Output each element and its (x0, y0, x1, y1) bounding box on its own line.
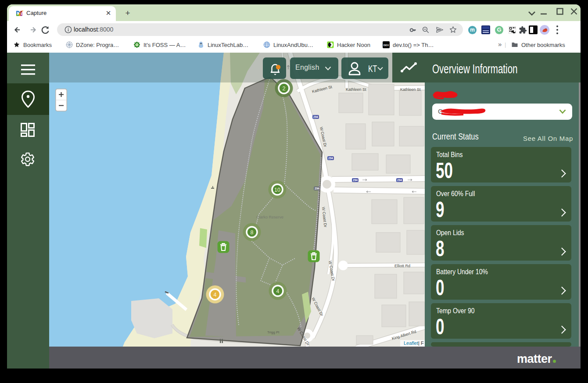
svg-text:4: 4 (276, 288, 280, 294)
svg-text:| F: | F (418, 340, 424, 346)
svg-text:4: 4 (214, 292, 217, 298)
svg-text:294: 294 (315, 187, 319, 190)
svg-text:Kathleen St: Kathleen St (400, 87, 421, 92)
svg-text:2: 2 (283, 86, 286, 92)
svg-text:294: 294 (328, 157, 333, 160)
svg-text:294: 294 (353, 179, 358, 182)
svg-text:10: 10 (274, 187, 280, 193)
svg-text:Leaflet: Leaflet (404, 340, 418, 346)
svg-text:294: 294 (397, 179, 402, 182)
svg-text:Clarko Reserve: Clarko Reserve (256, 215, 283, 219)
svg-text:Elliott Rd: Elliott Rd (394, 264, 410, 268)
svg-text:DEV: DEV (384, 44, 389, 47)
svg-text:Kathleen St: Kathleen St (346, 87, 366, 92)
svg-text:8: 8 (251, 229, 254, 236)
svg-text:Trigg Pl: Trigg Pl (267, 330, 279, 334)
svg-text:294: 294 (313, 115, 318, 118)
